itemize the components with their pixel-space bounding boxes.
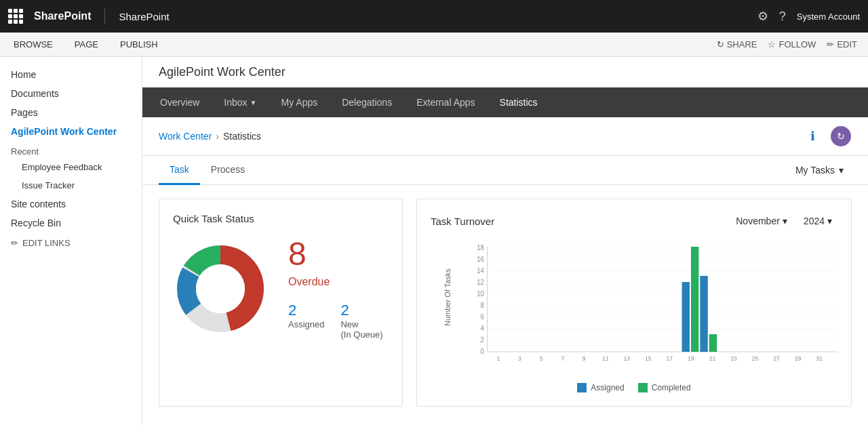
edit-links-icon: ✏ bbox=[11, 238, 18, 248]
legend-completed-color bbox=[638, 383, 648, 392]
turnover-title: Task Turnover bbox=[431, 216, 494, 227]
ribbon-tab-page[interactable]: PAGE bbox=[72, 33, 101, 57]
turnover-controls: November ▾ 2024 ▾ bbox=[730, 213, 837, 229]
nav-external-apps[interactable]: External Apps bbox=[404, 87, 487, 117]
top-bar-brand[interactable]: SharePoint bbox=[34, 10, 91, 22]
ribbon-share[interactable]: ↻ SHARE bbox=[717, 39, 757, 49]
ribbon: BROWSE PAGE PUBLISH ↻ SHARE ☆ FOLLOW ✏ E… bbox=[0, 33, 868, 57]
legend-assigned-label: Assigned bbox=[591, 383, 624, 392]
help-icon[interactable]: ? bbox=[779, 9, 786, 24]
documents-label: Documents bbox=[11, 88, 59, 99]
svg-text:6: 6 bbox=[481, 313, 484, 321]
pages-label: Pages bbox=[11, 107, 38, 118]
bar-assigned-19 bbox=[682, 282, 690, 352]
top-bar-divider bbox=[104, 8, 105, 24]
y-axis-label: Number Of Tasks bbox=[443, 292, 452, 326]
ribbon-tab-browse[interactable]: BROWSE bbox=[11, 33, 56, 57]
svg-text:3: 3 bbox=[518, 355, 521, 362]
year-dropdown[interactable]: 2024 ▾ bbox=[798, 213, 837, 229]
turnover-header: Task Turnover November ▾ 2024 ▾ bbox=[431, 213, 837, 229]
sidebar-item-site-contents[interactable]: Site contents bbox=[0, 195, 142, 214]
assigned-label: Assigned bbox=[288, 319, 324, 329]
new-sublabel: (In Queue) bbox=[340, 329, 382, 340]
edit-links-button[interactable]: ✏ EDIT LINKS bbox=[0, 232, 142, 254]
svg-text:0: 0 bbox=[481, 348, 485, 355]
new-num: 2 bbox=[340, 302, 382, 319]
svg-text:11: 11 bbox=[602, 355, 609, 362]
sidebar-item-home[interactable]: Home bbox=[0, 65, 142, 84]
nav-inbox[interactable]: Inbox ▼ bbox=[212, 87, 269, 117]
month-dropdown[interactable]: November ▾ bbox=[730, 213, 793, 229]
chart-legend: Assigned Completed bbox=[431, 383, 837, 392]
user-account[interactable]: System Account bbox=[797, 12, 860, 22]
quick-task-status-card: Quick Task Status bbox=[159, 199, 403, 407]
svg-text:21: 21 bbox=[709, 355, 716, 362]
svg-point-4 bbox=[196, 264, 245, 313]
sidebar-item-employee-feedback[interactable]: Employee Feedback bbox=[0, 158, 142, 176]
svg-text:13: 13 bbox=[623, 355, 630, 362]
top-bar-site[interactable]: SharePoint bbox=[119, 11, 169, 22]
task-stats: 8 Overdue 2 Assigned 2 New (In Queue) bbox=[288, 238, 383, 340]
legend-completed: Completed bbox=[638, 383, 691, 392]
bar-assigned-20 bbox=[700, 276, 707, 352]
tab-task[interactable]: Task bbox=[159, 156, 200, 185]
legend-assigned: Assigned bbox=[577, 383, 624, 392]
inbox-dropdown-arrow: ▼ bbox=[250, 99, 257, 106]
svg-text:10: 10 bbox=[477, 290, 484, 298]
svg-text:23: 23 bbox=[730, 355, 737, 362]
svg-text:17: 17 bbox=[667, 355, 673, 362]
my-tasks-dropdown[interactable]: My Tasks ▾ bbox=[787, 159, 852, 181]
follow-icon: ☆ bbox=[768, 39, 776, 49]
breadcrumb-bar: Work Center › Statistics ℹ ↻ bbox=[142, 117, 868, 156]
breadcrumb-link[interactable]: Work Center bbox=[159, 131, 212, 142]
svg-text:27: 27 bbox=[773, 355, 780, 362]
home-label: Home bbox=[11, 69, 36, 80]
info-icon: ℹ bbox=[810, 129, 815, 144]
sidebar-item-recycle-bin[interactable]: Recycle Bin bbox=[0, 214, 142, 232]
sidebar-item-agilepoint[interactable]: AgilePoint Work Center bbox=[0, 122, 142, 141]
sidebar-item-documents[interactable]: Documents bbox=[0, 84, 142, 103]
share-label: SHARE bbox=[727, 39, 757, 49]
tab-process[interactable]: Process bbox=[200, 156, 256, 185]
bar-completed-20 bbox=[709, 334, 717, 352]
edit-links-label: EDIT LINKS bbox=[22, 238, 71, 248]
donut-chart bbox=[173, 241, 268, 336]
new-stat: 2 New (In Queue) bbox=[340, 302, 382, 340]
app-nav: Overview Inbox ▼ My Apps Delegations Ext… bbox=[142, 87, 868, 117]
svg-text:16: 16 bbox=[477, 256, 484, 263]
svg-text:18: 18 bbox=[477, 244, 484, 251]
issue-tracker-label: Issue Tracker bbox=[22, 180, 75, 190]
waffle-icon[interactable] bbox=[8, 9, 23, 24]
sidebar-item-issue-tracker[interactable]: Issue Tracker bbox=[0, 176, 142, 195]
my-tasks-label: My Tasks bbox=[795, 165, 835, 176]
svg-text:14: 14 bbox=[477, 267, 484, 275]
nav-overview[interactable]: Overview bbox=[148, 87, 212, 117]
nav-statistics[interactable]: Statistics bbox=[488, 87, 550, 117]
assigned-num: 2 bbox=[288, 302, 324, 319]
ribbon-edit[interactable]: ✏ EDIT bbox=[827, 39, 857, 49]
my-tasks-arrow: ▾ bbox=[839, 165, 844, 176]
sidebar-item-pages[interactable]: Pages bbox=[0, 103, 142, 122]
ribbon-follow[interactable]: ☆ FOLLOW bbox=[768, 39, 816, 49]
svg-text:1: 1 bbox=[497, 355, 500, 362]
svg-text:7: 7 bbox=[561, 355, 564, 362]
sidebar: Home Documents Pages AgilePoint Work Cen… bbox=[0, 57, 142, 425]
ribbon-tab-publish[interactable]: PUBLISH bbox=[117, 33, 161, 57]
content-area: Quick Task Status bbox=[142, 185, 868, 420]
new-label: New bbox=[340, 319, 382, 329]
main-content: AgilePoint Work Center Overview Inbox ▼ … bbox=[142, 57, 868, 425]
share-icon: ↻ bbox=[717, 39, 724, 49]
stat-row: 2 Assigned 2 New (In Queue) bbox=[288, 302, 383, 340]
nav-delegations[interactable]: Delegations bbox=[330, 87, 404, 117]
legend-completed-label: Completed bbox=[652, 383, 691, 392]
bar-chart-svg: 0 2 4 6 8 10 12 14 bbox=[468, 240, 837, 376]
nav-my-apps[interactable]: My Apps bbox=[269, 87, 330, 117]
site-contents-label: Site contents bbox=[11, 199, 66, 209]
settings-icon[interactable]: ⚙ bbox=[757, 9, 768, 24]
month-label: November bbox=[736, 216, 780, 226]
agilepoint-label: AgilePoint Work Center bbox=[11, 126, 117, 137]
refresh-button[interactable]: ↻ bbox=[830, 125, 852, 147]
refresh-icon: ↻ bbox=[831, 126, 851, 146]
overdue-label: Overdue bbox=[288, 276, 383, 288]
info-button[interactable]: ℹ bbox=[802, 125, 823, 147]
